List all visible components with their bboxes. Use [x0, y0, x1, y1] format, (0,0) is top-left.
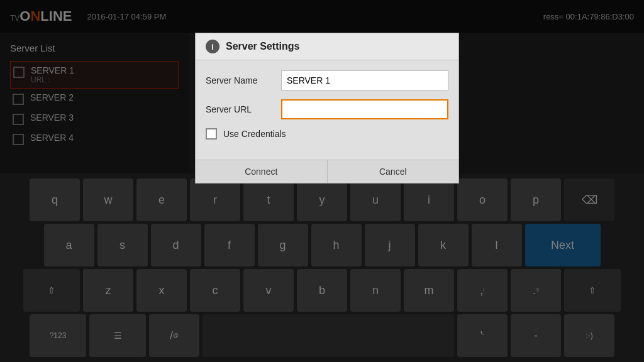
server-url-input[interactable] — [281, 99, 448, 119]
credentials-checkbox[interactable] — [206, 128, 217, 140]
modal-footer: Connect Cancel — [196, 160, 458, 183]
server-name-row: Server Name — [206, 70, 448, 90]
server-url-row: Server URL — [206, 99, 448, 119]
modal-header: i Server Settings — [196, 33, 458, 60]
server-name-input[interactable] — [281, 70, 448, 90]
info-icon: i — [206, 40, 219, 53]
cancel-button[interactable]: Cancel — [328, 160, 459, 183]
server-settings-modal: i Server Settings Server Name Server URL… — [195, 33, 459, 184]
connect-button[interactable]: Connect — [196, 160, 328, 183]
server-url-label: Server URL — [206, 104, 281, 114]
modal-title: Server Settings — [226, 41, 299, 52]
credentials-label: Use Credentials — [223, 129, 286, 139]
server-name-label: Server Name — [206, 75, 281, 85]
credentials-row: Use Credentials — [206, 128, 448, 140]
modal-body: Server Name Server URL Use Credentials — [196, 60, 458, 160]
